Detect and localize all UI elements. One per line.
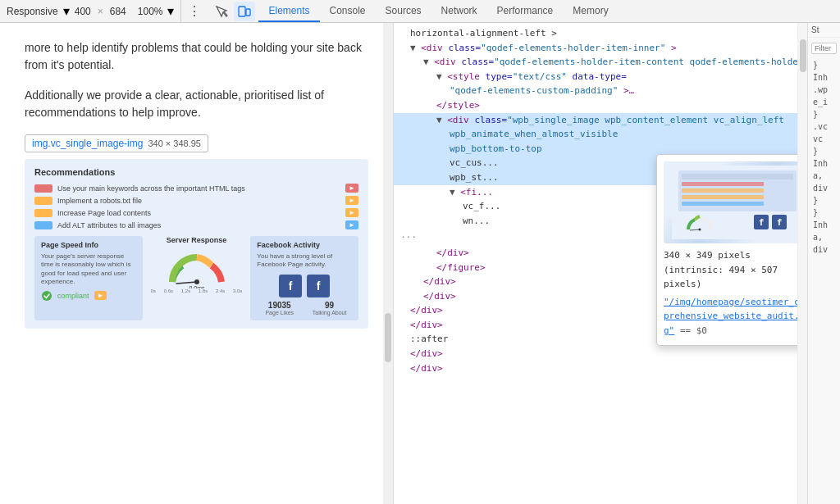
rec-badge-0 [34,184,52,193]
tree-line[interactable]: ▼ <style type="text/css" data-type= [394,70,797,84]
rec-text-2: Increase Page load contents [57,209,340,217]
rec-text-1: Implement a robots.txt file [57,197,340,205]
fb-title: Facebook Activity [257,241,352,249]
style-row: div [810,243,838,256]
preview-paragraph-2: Additionally we provide a clear, actiona… [25,87,368,121]
style-row: } [810,194,838,207]
cursor-icon [215,5,228,18]
device-toolbar-button[interactable] [234,2,255,21]
page-speed-action-btn[interactable]: ► [94,291,107,300]
svg-point-14 [699,229,701,231]
style-row: Inh [810,219,838,231]
fb-talking-count: 99 [307,301,352,310]
page-speed-box: Page Speed Info Your page's server respo… [34,236,143,320]
browser-preview: more to help identify problems that coul… [0,23,394,504]
fb-likes-label: Page Likes [257,310,302,316]
rec-badge-1 [34,197,52,205]
dropdown-arrow-icon: ▾ [63,3,70,19]
rec-badge-2 [34,209,52,217]
fb-icon-1: f [279,275,302,297]
style-entries: } Inh .wp e_i } .vc vc } Inh a, div } } … [808,56,840,259]
rec-btn-3[interactable]: ► [345,220,358,229]
style-filter-input-container [808,38,840,56]
style-filter-label: St [808,23,840,38]
svg-rect-10 [682,188,764,193]
svg-text:f: f [777,217,783,228]
fb-stats-row: 19035 Page Likes 99 Talking About [257,301,352,316]
tooltip-image-preview: f f [664,161,797,243]
style-row: } [810,59,838,71]
zoom-dropdown-arrow: ▾ [167,3,174,19]
tree-line[interactable]: </div> [394,347,797,361]
tab-console[interactable]: Console [320,0,376,22]
tab-performance[interactable]: Performance [487,0,564,22]
rec-row-3: Add ALT attributes to all images ► [34,220,358,229]
expand-triangle-icon: ▼ [410,43,421,53]
tab-sources[interactable]: Sources [376,0,431,22]
rec-btn-2[interactable]: ► [345,208,358,217]
expand-triangle-icon: ▼ [450,187,460,198]
img-preview-tooltip: f f 340 × 349 pixels (intrinsic: 494 × 5… [656,154,797,346]
tree-line[interactable]: ▼ <div class="qodef-elements-holder-item… [394,41,797,56]
svg-point-2 [42,291,52,301]
tree-line[interactable]: </style> [394,98,797,113]
rec-row-2: Increase Page load contents ► [34,208,358,217]
elements-tree-inner: horizontal-alignment-left > ▼ <div class… [394,23,797,379]
tooltip-eq: == $0 [680,325,707,336]
style-row: Inh [810,157,838,170]
tree-scrollbar[interactable] [797,23,807,504]
tree-line[interactable]: horizontal-alignment-left > [394,26,797,41]
elements-panel: horizontal-alignment-left > ▼ <div class… [394,23,840,504]
svg-rect-12 [682,202,764,206]
expand-triangle-icon: ▼ [436,115,447,125]
gauge-labels: 0s0.6s1.2s1.8s2.4s3.0s [151,288,243,293]
more-options-button[interactable]: ⋮ [181,3,208,19]
fb-stat-talking: 99 Talking About [307,301,352,316]
compliant-text: compliant [57,292,89,300]
page-speed-text: Your page's server response time is reas… [41,252,136,287]
style-row: .wp [810,84,838,96]
tree-line[interactable]: wpb_animate_when_almost_visible [394,127,797,142]
style-panel: St } Inh .wp e_i } .vc vc } Inh a, div }… [807,23,840,504]
main-content: more to help identify problems that coul… [0,23,840,504]
viewport-width[interactable]: 400 [75,6,91,17]
expand-triangle-icon: ▼ [436,71,447,82]
style-row: a, [810,231,838,243]
fb-likes-count: 19035 [257,301,302,310]
preview-scrollbar[interactable] [383,23,393,504]
tree-line[interactable]: ▼ <div class="qodef-elements-holder-item… [394,55,797,70]
tree-line-selected[interactable]: ▼ <div class="wpb_single_image wpb_conte… [394,113,797,128]
style-row: } [810,108,838,120]
preview-scrollbar-thumb [385,313,391,362]
page-speed-row: Page Speed Info Your page's server respo… [34,236,358,320]
tab-network[interactable]: Network [431,0,487,22]
style-filter-input[interactable] [811,43,837,54]
tree-scrollbar-thumb [800,39,806,72]
svg-text:f: f [759,217,765,228]
checkmark-icon [41,290,52,302]
svg-point-4 [194,279,199,284]
style-row: } [810,145,838,157]
inspect-element-button[interactable] [211,2,232,21]
style-row: e_i [810,96,838,108]
viewport-height[interactable]: 684 [110,6,126,17]
tree-line[interactable]: "qodef-elements-custom-padding" >… [394,84,797,98]
style-row: a, [810,170,838,182]
tab-elements[interactable]: Elements [258,0,319,22]
zoom-selector[interactable]: 100% [138,6,163,17]
facebook-box: Facebook Activity You have a strong leve… [250,236,358,320]
fb-stat-likes: 19035 Page Likes [257,301,302,316]
rec-btn-0[interactable]: ► [345,184,358,193]
rec-text-3: Add ALT attributes to all images [57,221,340,229]
style-row: .vc [810,120,838,133]
tab-memory[interactable]: Memory [563,0,618,22]
page-speed-title: Page Speed Info [41,241,136,249]
fb-icons-row: f f [257,275,352,297]
responsive-selector[interactable]: Responsive [7,6,58,17]
tooltip-dims-text: 340 × 349 pixels (intrinsic: 494 × 507 p… [664,248,797,292]
img-tooltip-badge[interactable]: img.vc_single_image-img 340 × 348.95 [25,134,208,152]
svg-line-3 [176,282,197,284]
rec-title: Recommendations [34,167,358,177]
rec-btn-1[interactable]: ► [345,196,358,205]
tree-line[interactable]: </div> [394,361,797,376]
